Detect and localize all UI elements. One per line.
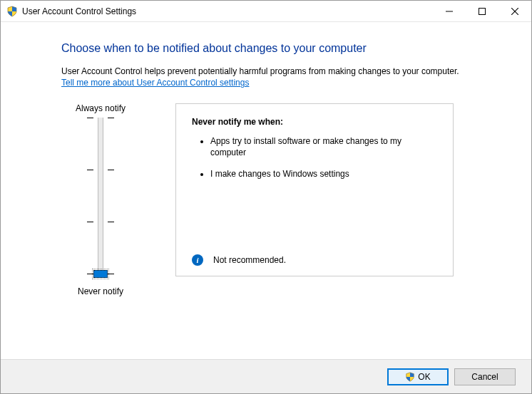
slider-top-label: Always notify (61, 103, 140, 113)
close-button[interactable] (498, 1, 531, 21)
slider-column: Always notify Never notify (61, 103, 140, 301)
svg-rect-1 (479, 8, 486, 14)
shield-icon (405, 372, 415, 382)
page-heading: Choose when to be notified about changes… (61, 42, 488, 55)
ok-button-label: OK (418, 372, 430, 382)
slider-tick (87, 118, 114, 118)
slider-tick (87, 170, 114, 170)
content-area: Choose when to be notified about changes… (1, 22, 531, 359)
description-panel: Never notify me when: Apps try to instal… (175, 103, 454, 276)
window-title: User Account Control Settings (22, 6, 136, 16)
description-bullet: I make changes to Windows settings (210, 168, 437, 180)
slider-groove (98, 118, 103, 278)
maximize-button[interactable] (466, 1, 498, 21)
slider-bottom-label: Never notify (61, 286, 140, 296)
cancel-button[interactable]: Cancel (454, 368, 516, 385)
window-controls (433, 1, 531, 21)
notification-level-slider[interactable] (87, 118, 114, 278)
slider-thumb[interactable] (93, 270, 108, 278)
page-subtext: User Account Control helps prevent poten… (61, 66, 488, 76)
description-footer: i Not recommended. (192, 254, 286, 266)
ok-button[interactable]: OK (387, 368, 449, 385)
info-icon: i (192, 254, 203, 266)
slider-tick (87, 222, 114, 222)
recommendation-text: Not recommended. (213, 255, 286, 265)
minimize-button[interactable] (433, 1, 466, 21)
description-title: Never notify me when: (192, 117, 437, 127)
titlebar: User Account Control Settings (1, 1, 531, 22)
cancel-button-label: Cancel (471, 372, 498, 382)
description-bullet: Apps try to install software or make cha… (210, 135, 437, 158)
main-row: Always notify Never notify Never notify … (61, 103, 488, 301)
description-list: Apps try to install software or make cha… (192, 135, 437, 180)
uac-settings-window: User Account Control Settings Choose whe… (0, 0, 532, 394)
shield-icon (6, 6, 18, 17)
button-bar: OK Cancel (1, 359, 531, 393)
help-link[interactable]: Tell me more about User Account Control … (61, 78, 249, 88)
